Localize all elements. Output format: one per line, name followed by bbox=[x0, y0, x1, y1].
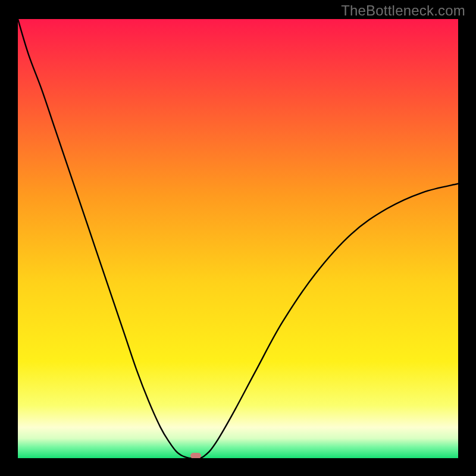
chart-container: TheBottleneck.com bbox=[0, 0, 476, 476]
optimal-marker bbox=[190, 453, 201, 458]
watermark-text: TheBottleneck.com bbox=[341, 2, 465, 19]
bottleneck-curve bbox=[18, 19, 458, 458]
curve-left-path bbox=[18, 19, 192, 458]
plot-area bbox=[18, 19, 458, 458]
curve-right-path bbox=[199, 184, 458, 458]
